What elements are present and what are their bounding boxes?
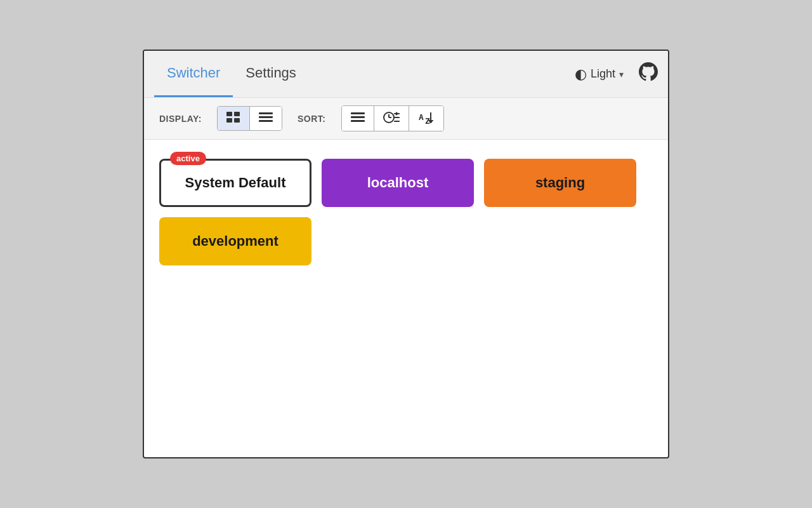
- svg-rect-2: [226, 118, 232, 123]
- sort-time-button[interactable]: [374, 106, 409, 131]
- env-card-localhost[interactable]: localhost: [322, 159, 474, 207]
- app-window: Switcher Settings ◐ Light ▾ DISPLAY:: [143, 50, 669, 458]
- tab-switcher[interactable]: Switcher: [154, 51, 233, 97]
- env-card-staging[interactable]: staging: [484, 159, 636, 207]
- svg-rect-0: [226, 112, 232, 116]
- svg-rect-3: [234, 118, 240, 123]
- theme-icon: ◐: [575, 66, 587, 83]
- svg-rect-6: [259, 120, 273, 122]
- svg-text:A: A: [419, 112, 424, 122]
- display-button-group: [217, 106, 282, 131]
- svg-rect-8: [351, 116, 365, 118]
- svg-rect-7: [351, 112, 365, 114]
- svg-rect-1: [234, 112, 240, 116]
- theme-toggle-button[interactable]: ◐ Light ▾: [570, 64, 629, 85]
- sort-default-button[interactable]: [342, 106, 374, 131]
- nav-tabs: Switcher Settings: [154, 51, 309, 97]
- display-grid-button[interactable]: [218, 107, 250, 130]
- main-content: active System Default localhost staging …: [144, 140, 668, 457]
- chevron-down-icon: ▾: [619, 69, 624, 79]
- tab-settings[interactable]: Settings: [233, 51, 309, 97]
- github-icon[interactable]: [639, 62, 658, 86]
- header-actions: ◐ Light ▾: [570, 51, 658, 97]
- toolbar: DISPLAY: SORT:: [144, 98, 668, 140]
- theme-label: Light: [591, 67, 615, 81]
- sort-alpha-button[interactable]: A Z: [409, 106, 443, 131]
- active-badge: active: [170, 152, 206, 165]
- env-label-system-default: System Default: [185, 175, 286, 191]
- svg-rect-9: [351, 120, 365, 122]
- svg-rect-4: [259, 112, 273, 114]
- sort-button-group: A Z: [341, 105, 444, 131]
- svg-rect-5: [259, 116, 273, 118]
- header: Switcher Settings ◐ Light ▾: [144, 51, 668, 98]
- sort-label: SORT:: [298, 114, 326, 124]
- env-card-development[interactable]: development: [159, 217, 311, 265]
- display-label: DISPLAY:: [159, 114, 202, 124]
- env-label-staging: staging: [535, 175, 585, 191]
- environments-grid: active System Default localhost staging …: [159, 159, 653, 265]
- env-label-localhost: localhost: [367, 175, 429, 191]
- env-card-system-default[interactable]: active System Default: [159, 159, 311, 207]
- display-list-button[interactable]: [250, 107, 282, 130]
- env-label-development: development: [192, 233, 278, 250]
